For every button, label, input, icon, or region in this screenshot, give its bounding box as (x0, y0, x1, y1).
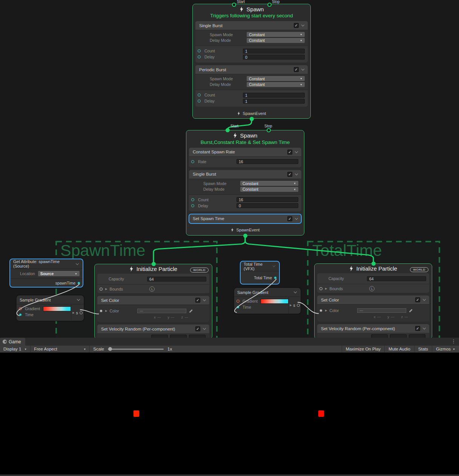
node-initialize-particle-right[interactable]: Initialize Particle WORLD Capacity 64 ▶ … (314, 263, 432, 339)
node-total-time[interactable]: Total Time (VFX) Total Time (240, 261, 280, 285)
count-port[interactable] (198, 93, 201, 96)
expand-arrow-icon[interactable]: ▶ (325, 287, 327, 290)
spawntime-output-port[interactable] (77, 282, 80, 285)
block-header[interactable]: Single Burst ✓ (195, 21, 308, 30)
block-header[interactable]: Set Color ✓ (97, 296, 209, 305)
scale-slider-thumb[interactable] (108, 347, 112, 351)
block-enabled-checkbox[interactable]: ✓ (195, 298, 200, 303)
chevron-down-icon[interactable] (295, 217, 298, 220)
node-sample-gradient-left[interactable]: Sample Gradient Gradient Time ▶ s (16, 295, 84, 321)
block-set-spawn-time[interactable]: Set Spawn Time ✓ (189, 214, 301, 223)
node-initialize-particle-left[interactable]: Initialize Particle WORLD Capacity 64 ▶ … (94, 264, 212, 339)
block-header[interactable]: Single Burst ✓ (189, 170, 301, 179)
block-enabled-checkbox[interactable]: ✓ (294, 23, 299, 28)
chevron-down-icon[interactable] (295, 172, 298, 175)
color-swatch[interactable]: — (357, 308, 406, 313)
block-enabled-checkbox[interactable]: ✓ (415, 326, 420, 331)
tab-game[interactable]: Game (0, 338, 25, 346)
block-periodic-burst[interactable]: Periodic Burst ✓ Spawn Mode Constant ▼ (195, 65, 308, 107)
count-field[interactable]: 1 (243, 93, 305, 98)
color-input-port[interactable] (319, 309, 322, 312)
block-enabled-checkbox[interactable]: ✓ (294, 67, 299, 72)
flow-port-init-right-in[interactable] (371, 262, 376, 266)
sample-output-port[interactable] (297, 304, 300, 307)
world-space-badge[interactable]: WORLD (190, 268, 209, 272)
world-space-badge[interactable]: WORLD (410, 267, 428, 272)
maximize-on-play-button[interactable]: Maximize On Play (342, 346, 385, 352)
gradient-input-port[interactable] (236, 300, 239, 303)
total-time-output-port[interactable] (274, 276, 277, 279)
display-dropdown[interactable]: Display 1 ▼ (0, 346, 31, 352)
chevron-down-icon[interactable] (272, 264, 275, 267)
sample-output-port[interactable] (80, 311, 83, 314)
node-sample-gradient-right[interactable]: Sample Gradient Gradient Time ▶ s (234, 288, 301, 314)
delay-field[interactable]: 1 (243, 99, 305, 104)
rate-field[interactable]: 16 (236, 159, 298, 164)
gizmos-dropdown[interactable]: Gizmos ▼ (432, 346, 459, 352)
flow-edge-spawnevent-to-init-left[interactable] (154, 236, 245, 264)
block-enabled-checkbox[interactable]: ✓ (415, 297, 420, 302)
node-spawn-mid[interactable]: Spawn Burst,Constant Rate & Set Spawn Ti… (186, 130, 304, 236)
count-field[interactable]: 16 (236, 197, 298, 202)
chevron-down-icon[interactable] (294, 290, 297, 293)
stats-button[interactable]: Stats (414, 346, 432, 352)
flow-port-spawnevent-out[interactable] (243, 234, 247, 238)
expand-arrow-icon[interactable]: ▶ (105, 288, 107, 291)
capacity-field[interactable]: 64 (367, 276, 426, 281)
flow-port-start[interactable] (226, 128, 230, 132)
block-header[interactable]: Set Velocity Random (Per-component) ✓ (317, 324, 429, 333)
bounds-port[interactable] (319, 287, 322, 290)
block-header[interactable]: Set Color ✓ (317, 295, 429, 304)
delay-mode-dropdown[interactable]: Constant ▼ (240, 187, 298, 192)
bounds-port[interactable] (100, 288, 103, 291)
block-enabled-checkbox[interactable]: ✓ (287, 216, 292, 221)
spawn-mode-dropdown[interactable]: Constant ▼ (247, 32, 305, 37)
flow-port-start[interactable] (232, 3, 236, 7)
delay-field[interactable]: 0 (236, 203, 298, 208)
chevron-down-icon[interactable] (295, 150, 298, 153)
block-single-burst[interactable]: Single Burst ✓ Spawn Mode Constant ▼ De (189, 170, 301, 211)
delay-mode-dropdown[interactable]: Constant ▼ (247, 82, 305, 87)
expand-arrow-icon[interactable]: ▶ (325, 309, 327, 312)
delay-port[interactable] (198, 99, 201, 103)
group-label-totaltime[interactable]: TotalTime (312, 241, 382, 260)
block-set-color[interactable]: Set Color ✓ ▶ Color — x— y— (97, 296, 209, 322)
color-input-port[interactable] (100, 309, 103, 312)
delay-port[interactable] (198, 55, 201, 58)
kebab-menu-icon[interactable]: ⋮ (451, 338, 456, 344)
block-set-velocity-random[interactable]: Set Velocity Random (Per-component) ✓ (317, 324, 429, 340)
block-header[interactable]: Set Velocity Random (Per-component) ✓ (97, 324, 209, 333)
gradient-preview[interactable] (43, 306, 71, 311)
chevron-down-icon[interactable] (423, 326, 426, 329)
gradient-preview[interactable] (261, 299, 289, 304)
count-field[interactable]: 1 (243, 49, 305, 54)
block-header[interactable]: Periodic Burst ✓ (195, 65, 308, 74)
flow-port-init-left-in[interactable] (152, 262, 156, 266)
mute-audio-button[interactable]: Mute Audio (384, 346, 414, 352)
chevron-down-icon[interactable] (77, 298, 80, 301)
chevron-down-icon[interactable] (203, 327, 206, 330)
bounds-link-icon[interactable]: L (369, 286, 375, 291)
bounds-link-icon[interactable]: L (149, 286, 155, 292)
count-port[interactable] (198, 49, 201, 52)
chevron-down-icon[interactable] (301, 67, 304, 70)
expand-arrow-icon[interactable]: ▶ (105, 309, 107, 312)
color-swatch[interactable]: — (137, 309, 186, 313)
rate-port[interactable] (191, 160, 194, 163)
block-set-color[interactable]: Set Color ✓ ▶ Color — x— y— (317, 295, 429, 321)
capacity-field[interactable]: 64 (147, 277, 206, 282)
flow-port-stop[interactable] (267, 3, 272, 7)
block-header[interactable]: Constant Spawn Rate ✓ (189, 148, 301, 156)
block-enabled-checkbox[interactable]: ✓ (287, 150, 292, 155)
block-enabled-checkbox[interactable]: ✓ (287, 172, 292, 177)
group-label-spawntime[interactable]: SpawnTime (60, 241, 145, 260)
eyedropper-icon[interactable] (408, 308, 413, 313)
eyedropper-icon[interactable] (189, 309, 193, 313)
gradient-input-port[interactable] (19, 307, 22, 310)
chevron-down-icon[interactable] (301, 23, 304, 26)
spawn-mode-dropdown[interactable]: Constant ▼ (247, 76, 305, 81)
chevron-down-icon[interactable] (423, 298, 426, 301)
aspect-ratio-dropdown[interactable]: Free Aspect ▼ (31, 346, 90, 352)
time-input-port[interactable] (236, 306, 239, 309)
flow-port-stop[interactable] (267, 128, 271, 132)
